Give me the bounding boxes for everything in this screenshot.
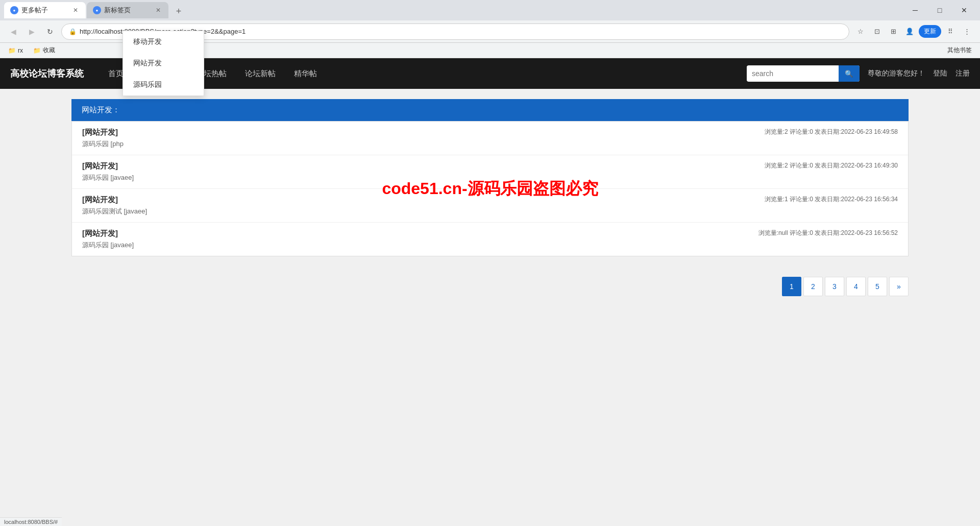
page-btn-5[interactable]: 5 — [868, 277, 887, 296]
other-bookmarks[interactable]: 其他书签 — [945, 45, 974, 56]
dropdown-item-source[interactable]: 源码乐园 — [123, 74, 204, 95]
post-title-2[interactable]: [网站开发] — [82, 161, 134, 171]
dropdown-item-mobile[interactable]: 移动开发 — [123, 31, 204, 53]
table-row: [网站开发] 源码乐园 [javaee] 浏览量:null 评论量:0 发表日期… — [72, 223, 908, 256]
search-box: 🔍 — [747, 65, 860, 82]
lock-icon: 🔒 — [69, 28, 77, 35]
main-content: 网站开发： code51.cn-源码乐园盗图必究 [网站开发] 源码乐园 [ph… — [0, 89, 980, 267]
other-bookmarks-label: 其他书签 — [947, 46, 972, 55]
window-controls: ─ □ ✕ — [903, 2, 976, 18]
title-bar: ● 更多帖子 ✕ ● 新标签页 ✕ + ─ □ ✕ — [0, 0, 980, 20]
extensions-icon[interactable]: ⠿ — [943, 25, 958, 39]
pagination: 1 2 3 4 5 » — [0, 267, 980, 306]
section-header: 网站开发： — [71, 99, 909, 121]
minimize-button[interactable]: ─ — [903, 2, 927, 18]
table-row: [网站开发] 源码乐园 [php 浏览量:2 评论量:0 发表日期:2022-0… — [72, 122, 908, 155]
tab-search-icon[interactable]: ⊞ — [886, 25, 900, 39]
bookmarks-right: 其他书签 — [945, 45, 974, 56]
menu-icon[interactable]: ⋮ — [960, 25, 974, 39]
forward-button[interactable]: ▶ — [24, 25, 39, 39]
login-link[interactable]: 登陆 — [933, 69, 947, 78]
tab-close-2[interactable]: ✕ — [154, 6, 162, 14]
post-left-1: [网站开发] 源码乐园 [php — [82, 128, 124, 149]
page-btn-3[interactable]: 3 — [825, 277, 844, 296]
page-content: 高校论坛博客系统 首页 精选板块 ▾ 论坛热帖 论坛新帖 精华帖 🔍 尊敬 — [0, 58, 980, 416]
folder-icon: 📁 — [8, 47, 16, 54]
site-logo: 高校论坛博客系统 — [10, 67, 84, 80]
bookmark-star-icon[interactable]: ☆ — [853, 25, 868, 39]
page-btn-1[interactable]: 1 — [782, 277, 801, 296]
post-left-4: [网站开发] 源码乐园 [javaee] — [82, 229, 134, 250]
tab-bar: ● 更多帖子 ✕ ● 新标签页 ✕ + — [4, 2, 903, 18]
post-title-1[interactable]: [网站开发] — [82, 128, 124, 137]
search-button[interactable]: 🔍 — [839, 65, 860, 82]
nav-item-elite[interactable]: 精华帖 — [285, 58, 326, 89]
nav-right: 🔍 尊敬的游客您好！ 登陆 注册 — [747, 65, 970, 82]
post-title-4[interactable]: [网站开发] — [82, 229, 134, 238]
tab-label-1: 更多帖子 — [21, 6, 68, 15]
tab-new[interactable]: ● 新标签页 ✕ — [87, 2, 168, 18]
browser-action-buttons: ☆ ⊡ ⊞ 👤 更新 ⠿ ⋮ — [853, 25, 974, 39]
folder-icon-2: 📁 — [33, 47, 41, 54]
search-icon: 🔍 — [845, 70, 853, 78]
tab-favicon-2: ● — [93, 6, 101, 14]
post-meta-2: 浏览量:2 评论量:0 发表日期:2022-06-23 16:49:30 — [765, 161, 898, 170]
table-row: [网站开发] 源码乐园 [javaee] 浏览量:2 评论量:0 发表日期:20… — [72, 155, 908, 189]
post-left-3: [网站开发] 源码乐园测试 [javaee] — [82, 195, 147, 216]
post-title-3[interactable]: [网站开发] — [82, 195, 147, 205]
bookmark-shoucang-label: 收藏 — [43, 46, 55, 55]
bookmark-rx-label: rx — [18, 47, 23, 54]
dropdown-menu: 移动开发 网站开发 源码乐园 — [122, 31, 204, 96]
nav-item-new[interactable]: 论坛新帖 — [236, 58, 285, 89]
tab-label-2: 新标签页 — [104, 6, 151, 15]
greeting-text: 尊敬的游客您好！ — [868, 69, 925, 78]
update-button[interactable]: 更新 — [919, 25, 941, 38]
back-button[interactable]: ◀ — [6, 25, 20, 39]
search-input[interactable] — [747, 66, 839, 81]
cast-icon[interactable]: ⊡ — [870, 25, 884, 39]
tab-close-1[interactable]: ✕ — [71, 6, 80, 14]
dropdown-item-web[interactable]: 网站开发 — [123, 53, 204, 74]
post-meta-3: 浏览量:1 评论量:0 发表日期:2022-06-23 16:56:34 — [765, 195, 898, 204]
bookmark-shoucang[interactable]: 📁 收藏 — [31, 45, 57, 56]
page-btn-4[interactable]: 4 — [846, 277, 866, 296]
refresh-button[interactable]: ↻ — [43, 25, 57, 39]
post-source-1: 源码乐园 [php — [82, 139, 124, 149]
bookmark-rx[interactable]: 📁 rx — [6, 46, 25, 55]
post-meta-4: 浏览量:null 评论量:0 发表日期:2022-06-23 16:56:52 — [758, 229, 898, 237]
new-tab-button[interactable]: + — [172, 4, 186, 18]
post-list: code51.cn-源码乐园盗图必究 [网站开发] 源码乐园 [php 浏览量:… — [71, 121, 909, 256]
post-source-2: 源码乐园 [javaee] — [82, 173, 134, 182]
section-title: 网站开发： — [82, 105, 120, 114]
page-btn-2[interactable]: 2 — [803, 277, 823, 296]
register-link[interactable]: 注册 — [955, 69, 970, 78]
table-row: [网站开发] 源码乐园测试 [javaee] 浏览量:1 评论量:0 发表日期:… — [72, 189, 908, 223]
maximize-button[interactable]: □ — [928, 2, 951, 18]
next-page-btn[interactable]: » — [889, 277, 909, 296]
tab-more-posts[interactable]: ● 更多帖子 ✕ — [4, 2, 86, 18]
tab-favicon-1: ● — [10, 6, 18, 14]
post-source-3: 源码乐园测试 [javaee] — [82, 207, 147, 216]
close-button[interactable]: ✕ — [952, 2, 976, 18]
post-left-2: [网站开发] 源码乐园 [javaee] — [82, 161, 134, 182]
post-meta-1: 浏览量:2 评论量:0 发表日期:2022-06-23 16:49:58 — [765, 128, 898, 136]
post-source-4: 源码乐园 [javaee] — [82, 241, 134, 250]
profile-icon[interactable]: 👤 — [902, 25, 917, 39]
